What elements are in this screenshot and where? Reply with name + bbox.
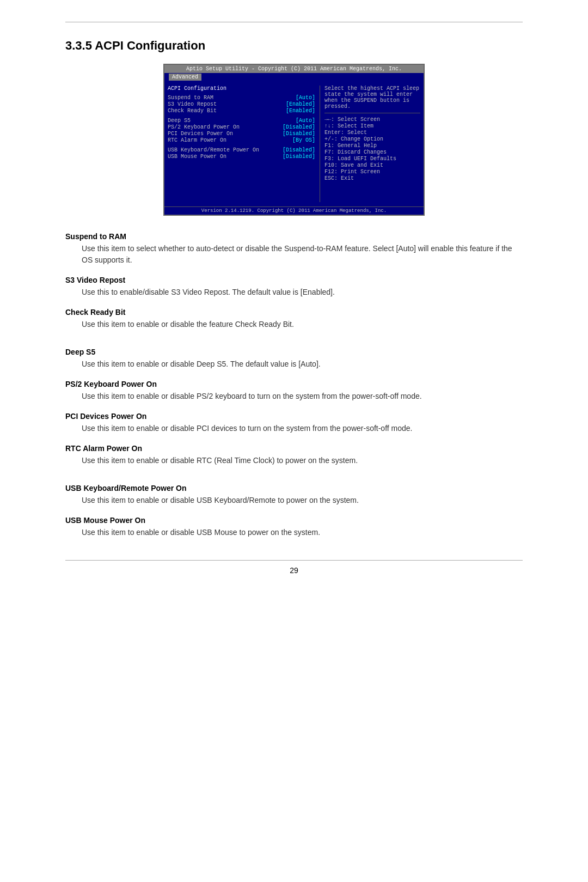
doc-heading-s3-video-repost: S3 Video Repost [65, 276, 523, 284]
section-title: 3.3.5 ACPI Configuration [65, 39, 523, 53]
bios-divider [324, 113, 420, 113]
bios-right-panel: Select the highest ACPI sleep state the … [320, 86, 420, 202]
bios-label-usb-mouse: USB Mouse Power On [168, 154, 226, 160]
doc-text-suspend-to-ram: Use this item to select whether to auto-… [82, 243, 523, 266]
bios-label-suspend-to-ram: Suspend to RAM [168, 95, 213, 101]
bios-item-pci-devices: PCI Devices Power On [Disabled] [168, 131, 315, 137]
bios-value-s3-video-repost: [Enabled] [286, 101, 315, 107]
key-help-select-item: ↑↓: Select Item [324, 123, 420, 129]
doc-section-suspend-to-ram: Suspend to RAM Use this item to select w… [65, 232, 523, 266]
doc-text-pci-devices: Use this item to enable or disable PCI d… [82, 423, 523, 434]
bios-title-bar: Aptio Setup Utility - Copyright (C) 2011… [164, 65, 424, 73]
bios-footer: Version 2.14.1219. Copyright (C) 2011 Am… [164, 206, 424, 215]
top-rule [65, 22, 523, 22]
bios-content: ACPI Configuration Suspend to RAM [Auto]… [164, 81, 424, 206]
doc-heading-usb-mouse: USB Mouse Power On [65, 516, 523, 525]
doc-heading-usb-keyboard: USB Keyboard/Remote Power On [65, 484, 523, 492]
bios-label-deep-s5: Deep S5 [168, 118, 191, 124]
bios-label-pci-devices: PCI Devices Power On [168, 131, 233, 137]
bios-value-pci-devices: [Disabled] [283, 131, 315, 137]
bios-label-ps2-keyboard: PS/2 Keyboard Power On [168, 124, 240, 130]
doc-section-check-ready-bit: Check Ready Bit Use this item to enable … [65, 308, 523, 330]
bios-item-suspend-to-ram: Suspend to RAM [Auto] [168, 95, 315, 101]
key-help-f10: F10: Save and Exit [324, 162, 420, 168]
doc-section-deep-s5: Deep S5 Use this item to enable or disab… [65, 348, 523, 370]
page-number: 29 [65, 566, 523, 575]
doc-text-usb-keyboard: Use this item to enable or disable USB K… [82, 495, 523, 506]
doc-text-check-ready-bit: Use this item to enable or disable the f… [82, 319, 523, 330]
bios-value-ps2-keyboard: [Disabled] [283, 124, 315, 130]
bios-item-usb-keyboard: USB Keyboard/Remote Power On [Disabled] [168, 147, 315, 153]
bios-item-rtc-alarm: RTC Alarm Power On [By OS] [168, 137, 315, 143]
bios-active-tab: Advanced [169, 74, 201, 81]
doc-heading-rtc-alarm: RTC Alarm Power On [65, 444, 523, 453]
spacer-1 [65, 340, 523, 348]
doc-section-pci-devices: PCI Devices Power On Use this item to en… [65, 412, 523, 434]
bios-label-usb-keyboard: USB Keyboard/Remote Power On [168, 147, 259, 153]
doc-text-rtc-alarm: Use this item to enable or disable RTC (… [82, 455, 523, 466]
page-container: 3.3.5 ACPI Configuration Aptio Setup Uti… [0, 0, 588, 607]
bios-item-ps2-keyboard: PS/2 Keyboard Power On [Disabled] [168, 124, 315, 130]
bios-screenshot: Aptio Setup Utility - Copyright (C) 2011… [163, 64, 425, 216]
key-help-esc: ESC: Exit [324, 175, 420, 181]
key-help-f3: F3: Load UEFI Defaults [324, 156, 420, 162]
doc-heading-suspend-to-ram: Suspend to RAM [65, 232, 523, 241]
bios-value-usb-keyboard: [Disabled] [283, 147, 315, 153]
bottom-rule [65, 560, 523, 561]
bios-label-check-ready-bit: Check Ready Bit [168, 108, 217, 114]
key-help-f12: F12: Print Screen [324, 169, 420, 175]
doc-section-rtc-alarm: RTC Alarm Power On Use this item to enab… [65, 444, 523, 466]
doc-text-s3-video-repost: Use this to enable/disable S3 Video Repo… [82, 287, 523, 298]
key-help-f7: F7: Discard Changes [324, 149, 420, 155]
bios-label-s3-video-repost: S3 Video Repost [168, 101, 217, 107]
bios-section-label: ACPI Configuration [168, 86, 315, 92]
doc-heading-check-ready-bit: Check Ready Bit [65, 308, 523, 317]
key-help-change-option: +/-: Change Option [324, 136, 420, 142]
doc-section-usb-keyboard: USB Keyboard/Remote Power On Use this it… [65, 484, 523, 506]
key-help-f1: F1: General Help [324, 143, 420, 149]
bios-item-check-ready-bit: Check Ready Bit [Enabled] [168, 108, 315, 114]
doc-heading-ps2-keyboard: PS/2 Keyboard Power On [65, 380, 523, 388]
doc-section-ps2-keyboard: PS/2 Keyboard Power On Use this item to … [65, 380, 523, 402]
doc-text-deep-s5: Use this item to enable or disable Deep … [82, 358, 523, 370]
bios-left-panel: ACPI Configuration Suspend to RAM [Auto]… [168, 86, 320, 202]
doc-heading-deep-s5: Deep S5 [65, 348, 523, 356]
key-help-enter: Enter: Select [324, 130, 420, 136]
bios-item-deep-s5: Deep S5 [Auto] [168, 118, 315, 124]
doc-text-usb-mouse: Use this item to enable or disable USB M… [82, 527, 523, 538]
doc-section-usb-mouse: USB Mouse Power On Use this item to enab… [65, 516, 523, 538]
bios-value-check-ready-bit: [Enabled] [286, 108, 315, 114]
doc-section-s3-video-repost: S3 Video Repost Use this to enable/disab… [65, 276, 523, 298]
doc-heading-pci-devices: PCI Devices Power On [65, 412, 523, 421]
bios-key-help: →←: Select Screen ↑↓: Select Item Enter:… [324, 117, 420, 181]
spacer-2 [65, 476, 523, 484]
bios-item-usb-mouse: USB Mouse Power On [Disabled] [168, 154, 315, 160]
bios-label-rtc-alarm: RTC Alarm Power On [168, 137, 226, 143]
bios-item-s3-video-repost: S3 Video Repost [Enabled] [168, 101, 315, 107]
bios-value-rtc-alarm: [By OS] [292, 137, 315, 143]
bios-value-suspend-to-ram: [Auto] [296, 95, 315, 101]
bios-value-deep-s5: [Auto] [296, 118, 315, 124]
bios-tab-bar: Advanced [164, 73, 424, 81]
doc-text-ps2-keyboard: Use this item to enable or disable PS/2 … [82, 391, 523, 402]
key-help-select-screen: →←: Select Screen [324, 117, 420, 123]
bios-value-usb-mouse: [Disabled] [283, 154, 315, 160]
bios-help-text: Select the highest ACPI sleep state the … [324, 86, 420, 110]
